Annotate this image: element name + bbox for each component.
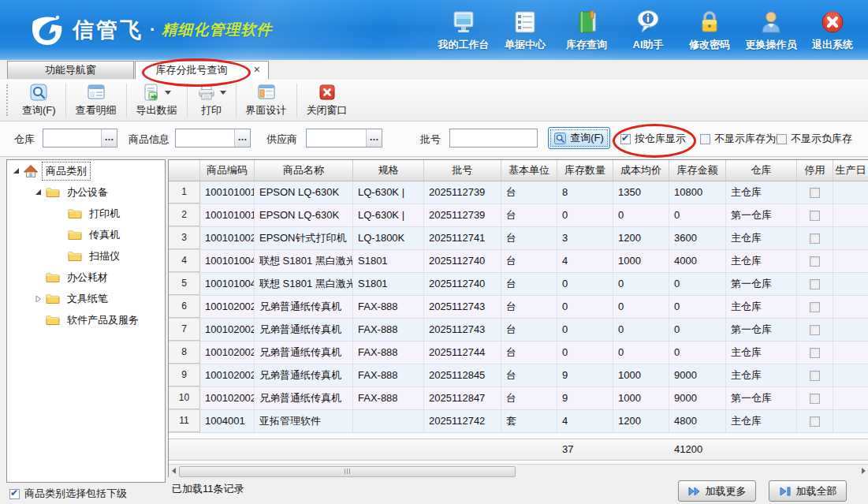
- toolbar-export-button[interactable]: 导出数据: [129, 80, 184, 120]
- table-row[interactable]: 111004001亚拓管理软件2025112742套412004800主仓库: [169, 410, 868, 433]
- toolbar-view-detail-button[interactable]: 查看明细: [69, 80, 124, 120]
- tree-item-fax-machines[interactable]: 传真机: [7, 224, 165, 245]
- tree-expanded-icon[interactable]: [12, 166, 21, 176]
- toolbar-close-window-button[interactable]: 关闭窗口: [300, 80, 355, 120]
- supplier-input[interactable]: [307, 129, 366, 147]
- disabled-checkbox-icon[interactable]: [810, 211, 820, 221]
- include-subcategories-checkbox[interactable]: 商品类别选择包括下级: [9, 487, 127, 501]
- hide-negative-stock-checkbox[interactable]: 不显示负库存: [777, 132, 852, 146]
- tab-function-navigator[interactable]: 功能导航窗: [7, 61, 134, 79]
- disabled-checkbox-icon[interactable]: [810, 348, 820, 358]
- table-row[interactable]: 9100102002兄弟普通纸传真机FAX-8882025112845台9100…: [169, 364, 868, 387]
- tree-item-stationery[interactable]: 文具纸笔: [7, 288, 165, 309]
- checkbox-icon[interactable]: [620, 134, 631, 144]
- tree-item-printers[interactable]: 打印机: [7, 203, 165, 224]
- column-header[interactable]: 停用: [797, 160, 833, 181]
- disabled-checkbox-icon[interactable]: [810, 394, 820, 404]
- product-picker-button[interactable]: …: [234, 129, 250, 147]
- tab-stock-batch-query[interactable]: 库存分批号查询 ×: [135, 61, 269, 80]
- tree-item-scanners[interactable]: 扫描仪: [7, 245, 165, 267]
- tab-close-icon[interactable]: ×: [254, 63, 260, 76]
- column-header[interactable]: 基本单位: [501, 160, 557, 181]
- column-header[interactable]: 库存金额: [669, 160, 726, 181]
- product-info-input[interactable]: [176, 129, 234, 147]
- load-all-button[interactable]: 加载全部: [769, 480, 847, 502]
- disabled-checkbox-icon[interactable]: [810, 325, 820, 335]
- column-header[interactable]: 成本均价: [613, 160, 669, 181]
- disabled-checkbox-icon[interactable]: [810, 256, 820, 267]
- row-number: 4: [169, 250, 200, 272]
- cell-warehouse: 第一仓库: [726, 204, 797, 226]
- scrollbar-thumb[interactable]: [179, 466, 516, 477]
- hide-zero-stock-checkbox[interactable]: 不显示库存为0: [700, 132, 781, 146]
- horizontal-scrollbar[interactable]: [169, 464, 868, 477]
- tree-item-category-root[interactable]: 商品类别: [7, 160, 165, 181]
- cell-name: 兄弟普通纸传真机: [255, 364, 353, 386]
- disabled-checkbox-icon[interactable]: [810, 416, 820, 427]
- export-dropdown-caret-icon[interactable]: [165, 91, 171, 95]
- nav-switch-operator[interactable]: 更换操作员: [740, 9, 802, 52]
- checkbox-icon[interactable]: [700, 134, 710, 144]
- nav-ai-assistant[interactable]: AI助手: [617, 9, 679, 52]
- inventory-book-icon: [573, 9, 600, 35]
- cell-amount: 3600: [669, 227, 726, 249]
- tree-item-office-equipment[interactable]: 办公设备: [7, 181, 165, 203]
- column-header[interactable]: 库存数量: [557, 160, 613, 181]
- checkbox-icon[interactable]: [777, 134, 787, 144]
- scroll-right-arrow-icon[interactable]: [862, 468, 866, 474]
- batch-field: [449, 129, 538, 147]
- cell-disabled: [797, 250, 833, 272]
- table-row[interactable]: 5100101004联想 S1801 黑白激光S18012025112740台0…: [169, 273, 868, 296]
- cell-unit: 台: [501, 181, 557, 203]
- toolbar-grip-handle[interactable]: [6, 84, 10, 116]
- nav-document-center[interactable]: 单据中心: [494, 9, 556, 52]
- tree-expanded-icon[interactable]: [34, 188, 43, 197]
- table-row[interactable]: 8100102002兄弟普通纸传真机FAX-8882025112744台000主…: [169, 342, 868, 364]
- load-more-button[interactable]: 加载更多: [678, 480, 756, 502]
- export-data-icon: [142, 83, 161, 102]
- cell-unit: 套: [501, 410, 557, 432]
- table-row[interactable]: 2100101001EPSON LQ-630KLQ-630K |20251127…: [169, 204, 868, 227]
- nav-my-workbench[interactable]: 我的工作台: [433, 9, 494, 52]
- status-bar: 已加载11条记录 加载更多 加载全部: [168, 478, 868, 504]
- warehouse-input[interactable]: [43, 129, 101, 147]
- column-header[interactable]: 仓库: [726, 160, 797, 181]
- checkbox-icon[interactable]: [9, 489, 20, 499]
- disabled-checkbox-icon[interactable]: [810, 188, 820, 198]
- nav-change-password[interactable]: 修改密码: [679, 9, 740, 52]
- column-header[interactable]: 生产日: [833, 160, 868, 181]
- supplier-picker-button[interactable]: …: [366, 129, 382, 147]
- table-row[interactable]: 10100102002兄弟普通纸传真机FAX-8882025112847台910…: [169, 387, 868, 410]
- summary-cell: [200, 439, 255, 460]
- column-header[interactable]: 批号: [424, 160, 501, 181]
- warehouse-picker-button[interactable]: …: [101, 129, 117, 147]
- cell-batch: 2025112740: [424, 273, 501, 295]
- scroll-left-arrow-icon[interactable]: [172, 468, 176, 474]
- column-header[interactable]: 商品编码: [200, 160, 255, 181]
- tree-item-software-products[interactable]: 软件产品及服务: [7, 309, 165, 330]
- tree-item-office-consumables[interactable]: 办公耗材: [7, 267, 165, 288]
- disabled-checkbox-icon[interactable]: [810, 371, 820, 381]
- tree-collapsed-icon[interactable]: [34, 294, 43, 304]
- disabled-checkbox-icon[interactable]: [810, 302, 820, 312]
- table-row[interactable]: 4100101004联想 S1801 黑白激光S18012025112740台4…: [169, 250, 868, 273]
- toolbar-print-button[interactable]: 打印: [190, 80, 233, 120]
- disabled-checkbox-icon[interactable]: [810, 233, 820, 244]
- table-row[interactable]: 1100101001EPSON LQ-630KLQ-630K |20251127…: [169, 181, 868, 204]
- table-row[interactable]: 3100101002EPSON针式打印机LQ-1800K2025112741台3…: [169, 227, 868, 250]
- print-dropdown-caret-icon[interactable]: [220, 91, 226, 95]
- toolbar-ui-design-button[interactable]: 界面设计: [239, 80, 294, 120]
- table-row[interactable]: 6100102002兄弟普通纸传真机FAX-8882025112743台000主…: [169, 296, 868, 319]
- column-header[interactable]: 规格: [353, 160, 424, 181]
- cell-unit: 台: [501, 204, 557, 226]
- cell-warehouse: 主仓库: [726, 296, 797, 318]
- disabled-checkbox-icon[interactable]: [810, 279, 820, 289]
- nav-inventory-query[interactable]: 库存查询: [556, 9, 617, 52]
- column-header[interactable]: 商品名称: [255, 160, 353, 181]
- table-row[interactable]: 7100102002兄弟普通纸传真机FAX-8882025112743台000第…: [169, 319, 868, 342]
- query-submit-button[interactable]: 查询(F): [548, 127, 610, 149]
- show-by-warehouse-checkbox[interactable]: 按仓库显示: [620, 132, 686, 146]
- nav-exit-system[interactable]: 退出系统: [802, 9, 863, 52]
- toolbar-query-button[interactable]: 查询(F): [15, 80, 63, 120]
- batch-input[interactable]: [450, 129, 537, 147]
